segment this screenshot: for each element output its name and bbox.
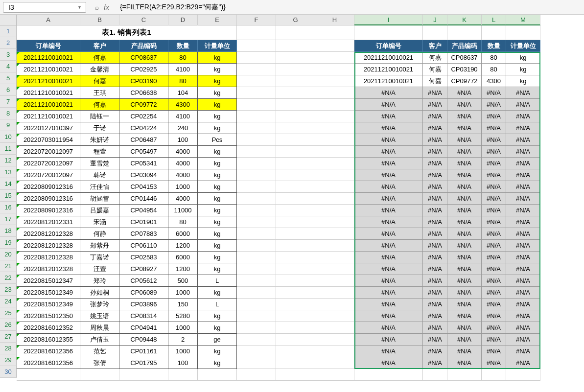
cell[interactable] (315, 252, 354, 263)
cell[interactable]: #N/A (423, 322, 447, 334)
cell[interactable] (276, 99, 315, 111)
cell[interactable]: CP09448 (119, 334, 168, 346)
cell[interactable]: #N/A (423, 334, 447, 346)
cell[interactable]: 周秋晨 (80, 322, 119, 334)
cell[interactable]: #N/A (482, 134, 506, 146)
cell[interactable]: 80 (168, 75, 198, 87)
cell[interactable]: #N/A (506, 146, 540, 158)
cell[interactable] (276, 158, 315, 169)
cell[interactable]: CP06487 (119, 134, 168, 146)
search-icon[interactable]: ⌕ (95, 3, 99, 11)
cell[interactable]: 4000 (168, 193, 198, 205)
cell[interactable]: 程萱 (80, 146, 119, 158)
cell[interactable]: #N/A (447, 122, 482, 134)
cell[interactable] (447, 25, 482, 40)
column-header-K[interactable]: K (447, 15, 482, 25)
cell[interactable]: 80 (482, 64, 506, 75)
cell[interactable]: 100 (168, 357, 198, 369)
cell[interactable]: 20211210010021 (17, 75, 80, 87)
cell[interactable]: #N/A (354, 146, 423, 158)
column-header-D[interactable]: D (168, 15, 198, 25)
cell[interactable]: 孙如桐 (80, 287, 119, 299)
cell[interactable] (237, 369, 276, 381)
column-header-A[interactable]: A (17, 15, 80, 25)
cell[interactable] (276, 299, 315, 310)
cell[interactable] (315, 205, 354, 216)
cell[interactable]: #N/A (354, 169, 423, 181)
cell[interactable]: #N/A (482, 334, 506, 346)
cell[interactable]: 80 (168, 52, 198, 64)
cell[interactable]: L (198, 275, 237, 287)
cell[interactable] (237, 310, 276, 322)
cell[interactable]: #N/A (447, 158, 482, 169)
cell[interactable]: CP07883 (119, 228, 168, 240)
cell[interactable]: #N/A (482, 193, 506, 205)
cell[interactable]: #N/A (506, 252, 540, 263)
cell[interactable]: kg (198, 146, 237, 158)
cell[interactable] (276, 252, 315, 263)
row-header-20[interactable]: 20 (0, 249, 17, 260)
cell[interactable]: 郑紫丹 (80, 240, 119, 252)
column-header-M[interactable]: M (506, 15, 540, 25)
column-header-L[interactable]: L (482, 15, 506, 25)
cell[interactable]: #N/A (423, 240, 447, 252)
cell[interactable]: #N/A (354, 111, 423, 122)
cell[interactable]: #N/A (423, 346, 447, 357)
row-header-9[interactable]: 9 (0, 119, 17, 131)
cell[interactable]: #N/A (506, 322, 540, 334)
cell[interactable] (315, 64, 354, 75)
cell[interactable] (237, 205, 276, 216)
cell[interactable] (506, 25, 540, 40)
cell[interactable] (315, 99, 354, 111)
row-header-2[interactable]: 2 (0, 37, 17, 49)
cell[interactable]: 何嘉 (423, 52, 447, 64)
cell[interactable]: #N/A (506, 334, 540, 346)
cell[interactable]: #N/A (506, 158, 540, 169)
cell[interactable]: #N/A (447, 205, 482, 216)
cell[interactable]: 韩诺 (80, 169, 119, 181)
cell[interactable]: CP08637 (119, 52, 168, 64)
cell[interactable]: kg (198, 111, 237, 122)
cell[interactable] (315, 158, 354, 169)
column-header-G[interactable]: G (276, 15, 315, 25)
cell[interactable] (276, 263, 315, 275)
cell[interactable] (276, 169, 315, 181)
cell[interactable]: 何嘉 (80, 99, 119, 111)
cell[interactable]: CP01901 (119, 216, 168, 228)
cell[interactable]: #N/A (447, 169, 482, 181)
cell[interactable] (276, 346, 315, 357)
cell[interactable]: #N/A (354, 334, 423, 346)
cell[interactable]: CP06110 (119, 240, 168, 252)
cell[interactable]: #N/A (423, 111, 447, 122)
cell[interactable]: 20220815012349 (17, 287, 80, 299)
cell[interactable]: #N/A (447, 275, 482, 287)
cell[interactable]: CP01446 (119, 193, 168, 205)
cell[interactable]: 客户 (80, 40, 119, 52)
cell[interactable]: 20220720012097 (17, 158, 80, 169)
dropdown-icon[interactable]: ▾ (78, 4, 81, 10)
cell[interactable] (315, 334, 354, 346)
cell[interactable]: 1000 (168, 181, 198, 193)
cell[interactable]: 20220720012097 (17, 146, 80, 158)
cell[interactable]: 5280 (168, 310, 198, 322)
cell[interactable]: 客户 (423, 40, 447, 52)
cell[interactable]: #N/A (482, 99, 506, 111)
cell[interactable]: kg (198, 228, 237, 240)
cell[interactable]: 104 (168, 87, 198, 99)
cell[interactable]: #N/A (482, 228, 506, 240)
cell[interactable]: kg (198, 310, 237, 322)
cell[interactable]: kg (506, 64, 540, 75)
cell[interactable]: #N/A (423, 169, 447, 181)
cell[interactable]: 订单编号 (17, 40, 80, 52)
cell[interactable] (237, 134, 276, 146)
cell[interactable] (423, 369, 447, 381)
cell[interactable]: #N/A (354, 263, 423, 275)
cell[interactable]: 20220703011954 (17, 134, 80, 146)
grid-body[interactable]: 表1. 销售列表1订单编号客户产品编码数量计量单位订单编号客户产品编码数量计量单… (17, 25, 584, 381)
row-header-30[interactable]: 30 (0, 366, 17, 378)
cell[interactable] (315, 146, 354, 158)
row-header-16[interactable]: 16 (0, 202, 17, 213)
cell[interactable] (315, 287, 354, 299)
column-header-J[interactable]: J (423, 15, 447, 25)
cell[interactable]: #N/A (354, 287, 423, 299)
